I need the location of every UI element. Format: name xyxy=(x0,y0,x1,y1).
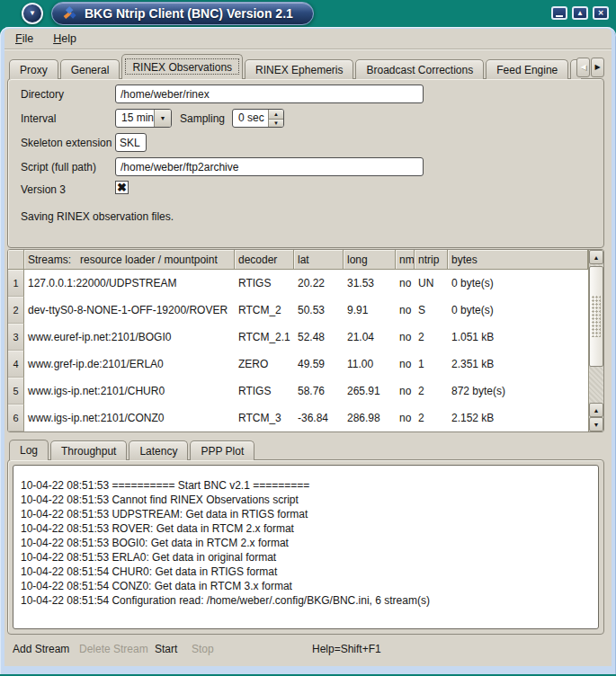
stop-button[interactable]: Stop xyxy=(192,643,214,655)
script-path-input[interactable] xyxy=(115,157,424,176)
cell-ntrip[interactable]: 2 xyxy=(415,378,448,405)
row-header[interactable]: 1 xyxy=(8,270,24,297)
cell-bytes[interactable]: 872 byte(s) xyxy=(448,378,588,405)
cell-nmea[interactable]: no xyxy=(396,324,415,351)
row-header[interactable]: 5 xyxy=(8,378,24,405)
menu-file[interactable]: File xyxy=(15,32,33,45)
cell-nmea[interactable]: no xyxy=(396,378,415,405)
cell-mountpoint[interactable]: www.igs-ip.net:2101/CHUR0 xyxy=(24,378,235,405)
cell-decoder[interactable]: RTCM_3 xyxy=(235,405,294,431)
row-header[interactable]: 6 xyxy=(8,405,24,431)
cell-lat[interactable]: 20.22 xyxy=(294,270,344,297)
spin-down-icon[interactable]: ▼ xyxy=(269,119,283,128)
start-button[interactable]: Start xyxy=(155,643,177,655)
minimize-icon xyxy=(556,15,563,17)
interval-select[interactable]: 15 min ▼ xyxy=(115,109,172,128)
row-header[interactable]: 2 xyxy=(8,297,24,324)
cell-long[interactable]: 21.04 xyxy=(344,324,396,351)
table-row[interactable]: 6 www.igs-ip.net:2101/CONZ0 RTCM_3 -36.8… xyxy=(8,405,588,431)
cell-ntrip[interactable]: 1 xyxy=(415,351,448,378)
cell-bytes[interactable]: 2.152 kB xyxy=(448,405,588,431)
tab-scroll-left-button[interactable]: ◀ xyxy=(576,58,590,77)
log-view[interactable]: 10-04-22 08:51:53 ========== Start BNC v… xyxy=(13,465,599,629)
skeleton-extension-input[interactable] xyxy=(115,133,147,152)
add-stream-button[interactable]: Add Stream xyxy=(13,643,69,655)
tab-proxy[interactable]: Proxy xyxy=(9,59,58,79)
cell-bytes[interactable]: 0 byte(s) xyxy=(448,270,588,297)
version3-checkbox[interactable]: ✖ xyxy=(115,181,129,194)
window-menu-button[interactable]: ▼ xyxy=(22,3,43,24)
scroll-down-button[interactable]: ▼ xyxy=(589,417,603,431)
table-row[interactable]: 1 127.0.0.1:22000/UDPSTREAM RTIGS 20.22 … xyxy=(8,270,588,297)
cell-ntrip[interactable]: 2 xyxy=(415,405,448,431)
maximize-button[interactable]: ▲ xyxy=(572,6,588,20)
menu-help[interactable]: Help xyxy=(53,32,76,45)
cell-mountpoint[interactable]: www.euref-ip.net:2101/BOGI0 xyxy=(24,324,235,351)
col-lat[interactable]: lat xyxy=(294,250,344,270)
cell-lat[interactable]: 58.76 xyxy=(294,378,344,405)
cell-long[interactable]: 11.00 xyxy=(344,351,396,378)
spin-up-icon[interactable]: ▲ xyxy=(269,110,283,119)
sampling-spinner[interactable]: 0 sec ▲ ▼ xyxy=(232,109,284,128)
cell-nmea[interactable]: no xyxy=(396,270,415,297)
scroll-up-button[interactable]: ▲ xyxy=(589,250,603,264)
row-header[interactable]: 3 xyxy=(8,324,24,351)
cell-bytes[interactable]: 0 byte(s) xyxy=(448,297,588,324)
scrollbar-thumb[interactable] xyxy=(589,266,603,367)
cell-nmea[interactable]: no xyxy=(396,405,415,431)
tab-rinex-observations[interactable]: RINEX Observations xyxy=(121,54,243,79)
cell-ntrip[interactable]: S xyxy=(415,297,448,324)
cell-decoder[interactable]: RTIGS xyxy=(235,270,294,297)
tab-scroll-right-button[interactable]: ▶ xyxy=(591,58,604,77)
cell-mountpoint[interactable]: www.igs-ip.net:2101/CONZ0 xyxy=(24,405,235,431)
cell-decoder[interactable]: ZERO xyxy=(235,351,294,378)
tab-rinex-ephemeris[interactable]: RINEX Ephemeris xyxy=(245,59,353,79)
row-header[interactable]: 4 xyxy=(8,351,24,378)
table-scrollbar[interactable]: ▲ ▲ ▼ xyxy=(588,250,603,431)
directory-input[interactable] xyxy=(115,84,424,103)
cell-mountpoint[interactable]: www.gref-ip.de:2101/ERLA0 xyxy=(24,351,235,378)
cell-nmea[interactable]: no xyxy=(396,351,415,378)
cell-mountpoint[interactable]: dev-ttyS0-8-NONE-1-OFF-19200/ROVER xyxy=(24,297,235,324)
tab-ppp-plot[interactable]: PPP Plot xyxy=(190,440,254,460)
delete-stream-button[interactable]: Delete Stream xyxy=(79,643,148,655)
cell-lat[interactable]: 50.53 xyxy=(294,297,344,324)
cell-long[interactable]: 265.91 xyxy=(344,378,396,405)
cell-nmea[interactable]: no xyxy=(396,297,415,324)
cell-long[interactable]: 9.91 xyxy=(344,297,396,324)
col-bytes[interactable]: bytes xyxy=(448,250,588,270)
col-decoder[interactable]: decoder xyxy=(235,250,294,270)
cell-ntrip[interactable]: UN xyxy=(415,270,448,297)
cell-decoder[interactable]: RTCM_2 xyxy=(235,297,294,324)
col-long[interactable]: long xyxy=(344,250,396,270)
cell-decoder[interactable]: RTIGS xyxy=(235,378,294,405)
cell-long[interactable]: 286.98 xyxy=(344,405,396,431)
col-mountpoint[interactable]: Streams: resource loader / mountpoint xyxy=(24,250,235,270)
cell-bytes[interactable]: 2.351 kB xyxy=(448,351,588,378)
tab-log[interactable]: Log xyxy=(9,440,49,460)
scroll-up-button-2[interactable]: ▲ xyxy=(589,403,603,417)
cell-lat[interactable]: 49.59 xyxy=(294,351,344,378)
table-row[interactable]: 3 www.euref-ip.net:2101/BOGI0 RTCM_2.1 5… xyxy=(8,324,588,351)
minimize-button[interactable] xyxy=(551,6,567,20)
tab-throughput[interactable]: Throughput xyxy=(50,440,127,460)
tab-broadcast-corrections[interactable]: Broadcast Corrections xyxy=(355,59,484,79)
cell-lat[interactable]: -36.84 xyxy=(294,405,344,431)
table-row[interactable]: 2 dev-ttyS0-8-NONE-1-OFF-19200/ROVER RTC… xyxy=(8,297,588,324)
cell-decoder[interactable]: RTCM_2.1 xyxy=(235,324,294,351)
cell-mountpoint[interactable]: 127.0.0.1:22000/UDPSTREAM xyxy=(24,270,235,297)
col-ntrip[interactable]: ntrip xyxy=(415,250,448,270)
table-row[interactable]: 5 www.igs-ip.net:2101/CHUR0 RTIGS 58.76 … xyxy=(8,378,588,405)
cell-ntrip[interactable]: 2 xyxy=(415,324,448,351)
table-row[interactable]: 4 www.gref-ip.de:2101/ERLA0 ZERO 49.59 1… xyxy=(8,351,588,378)
cell-bytes[interactable]: 1.051 kB xyxy=(448,324,588,351)
log-line: 10-04-22 08:51:53 Cannot find RINEX Obse… xyxy=(21,493,591,507)
cell-long[interactable]: 31.53 xyxy=(344,270,396,297)
col-nmea[interactable]: nmea xyxy=(396,250,415,270)
tab-feed-engine[interactable]: Feed Engine xyxy=(486,59,568,79)
tab-general[interactable]: General xyxy=(60,59,121,79)
log-line: 10-04-22 08:51:54 Configuration read: /h… xyxy=(21,593,591,608)
close-button[interactable]: ✕ xyxy=(593,6,609,20)
tab-latency[interactable]: Latency xyxy=(129,440,188,460)
cell-lat[interactable]: 52.48 xyxy=(294,324,344,351)
